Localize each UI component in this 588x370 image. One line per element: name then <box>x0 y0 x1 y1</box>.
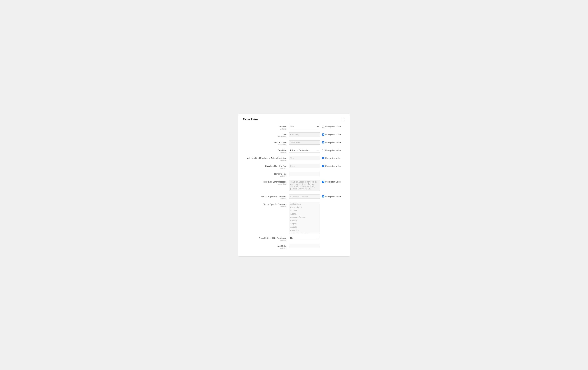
system-value-wrap-enabled: Use system value <box>322 125 345 128</box>
field-col-method_name: Use system value <box>289 140 345 145</box>
list-item[interactable]: Angola <box>289 222 320 225</box>
field-col-ship_applicable_countries: All Allowed CountriesSpecific CountriesU… <box>289 194 345 199</box>
list-item[interactable]: Åland Islands <box>289 206 320 209</box>
form-body: Enabled[website]YesNoUse system valueTit… <box>243 125 345 249</box>
select-include_virtual[interactable]: YesNo <box>289 156 320 160</box>
listbox-ship_specific_countries[interactable]: AfghanistanÅland IslandsAlbaniaAlgeriaAm… <box>289 202 320 233</box>
field-col-ship_specific_countries: AfghanistanÅland IslandsAlbaniaAlgeriaAm… <box>289 202 345 233</box>
system-value-checkbox-condition[interactable] <box>322 149 324 151</box>
list-item[interactable]: Afghanistan <box>289 202 320 206</box>
list-item[interactable]: Albania <box>289 209 320 212</box>
label-include_virtual: Include Virtual Products in Price Calcul… <box>243 157 286 159</box>
label-col-ship_applicable_countries: Ship to Applicable Countries[website] <box>243 194 289 200</box>
label-show_method_not_applicable: Show Method if Not Applicable <box>243 237 286 239</box>
list-item[interactable]: Antigua and Barbuda <box>289 232 320 233</box>
field-col-include_virtual: YesNoUse system value <box>289 156 345 160</box>
form-row-ship_specific_countries: Ship to Specific Countries[website]Afgha… <box>243 202 345 233</box>
list-item[interactable]: Antarctica <box>289 229 320 232</box>
system-value-label-condition: Use system value <box>325 149 341 152</box>
system-value-label-calculate_handling_fee: Use system value <box>325 165 341 167</box>
form-row-ship_applicable_countries: Ship to Applicable Countries[website]All… <box>243 194 345 200</box>
label-col-sort_order: Sort Order[website] <box>243 244 289 249</box>
scope-ship_specific_countries: [website] <box>243 206 286 207</box>
system-value-label-title: Use system value <box>325 133 341 136</box>
label-ship_applicable_countries: Ship to Applicable Countries <box>243 195 286 198</box>
system-value-wrap-calculate_handling_fee: Use system value <box>322 164 345 167</box>
input-sort_order[interactable] <box>289 244 320 248</box>
textarea-error_message[interactable] <box>289 180 320 191</box>
label-sort_order: Sort Order <box>243 245 286 247</box>
label-col-include_virtual: Include Virtual Products in Price Calcul… <box>243 156 289 161</box>
label-method_name: Method Name <box>243 141 286 144</box>
collapse-button[interactable]: ⌃ <box>342 118 345 121</box>
field-col-sort_order <box>289 244 345 248</box>
scope-show_method_not_applicable: [website] <box>243 239 286 241</box>
field-col-handling_fee <box>289 172 345 176</box>
form-row-enabled: Enabled[website]YesNoUse system value <box>243 125 345 130</box>
field-col-show_method_not_applicable: NoYes <box>289 236 345 240</box>
input-handling_fee[interactable] <box>289 172 320 176</box>
scope-sort_order: [website] <box>243 247 286 249</box>
label-title: Title <box>243 133 286 136</box>
form-row-method_name: Method Name[store view]Use system value <box>243 140 345 146</box>
field-col-calculate_handling_fee: FixedPercentUse system value <box>289 164 345 168</box>
label-col-method_name: Method Name[store view] <box>243 140 289 146</box>
field-col-condition: Price vs. DestinationWeight vs. Destinat… <box>289 148 345 152</box>
field-col-enabled: YesNoUse system value <box>289 125 345 129</box>
label-col-handling_fee: Handling Fee[website] <box>243 172 289 177</box>
system-value-wrap-include_virtual: Use system value <box>322 156 345 159</box>
form-row-handling_fee: Handling Fee[website] <box>243 172 345 177</box>
label-ship_specific_countries: Ship to Specific Countries <box>243 203 286 206</box>
field-col-title: Use system value <box>289 132 345 137</box>
form-row-condition: Condition[website]Price vs. DestinationW… <box>243 148 345 153</box>
input-method_name[interactable] <box>289 140 320 145</box>
system-value-wrap-method_name: Use system value <box>322 140 345 144</box>
system-value-checkbox-calculate_handling_fee[interactable] <box>322 165 324 167</box>
system-value-checkbox-title[interactable] <box>322 133 324 136</box>
form-row-calculate_handling_fee: Calculate Handling Fee[website]FixedPerc… <box>243 164 345 169</box>
system-value-wrap-error_message: Use system value <box>322 180 345 183</box>
input-title[interactable] <box>289 132 320 137</box>
scope-enabled: [website] <box>243 128 286 130</box>
field-col-error_message: Use system value <box>289 180 345 192</box>
panel-title: Table Rates <box>243 118 258 121</box>
form-row-title: Title[store view]Use system value <box>243 132 345 138</box>
system-value-checkbox-method_name[interactable] <box>322 141 324 143</box>
list-item[interactable]: American Samoa <box>289 216 320 219</box>
scope-condition: [website] <box>243 152 286 153</box>
label-col-calculate_handling_fee: Calculate Handling Fee[website] <box>243 164 289 169</box>
form-row-error_message: Displayed Error Message[store view]Use s… <box>243 180 345 192</box>
label-col-ship_specific_countries: Ship to Specific Countries[website] <box>243 202 289 207</box>
form-row-sort_order: Sort Order[website] <box>243 244 345 249</box>
label-col-show_method_not_applicable: Show Method if Not Applicable[website] <box>243 236 289 241</box>
label-handling_fee: Handling Fee <box>243 173 286 175</box>
label-condition: Condition <box>243 149 286 152</box>
system-value-label-ship_applicable_countries: Use system value <box>325 195 341 198</box>
select-show_method_not_applicable[interactable]: NoYes <box>289 236 320 240</box>
scope-calculate_handling_fee: [website] <box>243 167 286 169</box>
system-value-checkbox-include_virtual[interactable] <box>322 157 324 159</box>
label-enabled: Enabled <box>243 126 286 128</box>
system-value-label-error_message: Use system value <box>325 181 341 183</box>
system-value-label-include_virtual: Use system value <box>325 157 341 159</box>
system-value-checkbox-ship_applicable_countries[interactable] <box>322 195 324 197</box>
select-calculate_handling_fee[interactable]: FixedPercent <box>289 164 320 168</box>
panel-header: Table Rates ⌃ <box>243 118 345 121</box>
system-value-checkbox-error_message[interactable] <box>322 181 324 183</box>
form-row-show_method_not_applicable: Show Method if Not Applicable[website]No… <box>243 236 345 241</box>
system-value-wrap-ship_applicable_countries: Use system value <box>322 194 345 198</box>
list-item[interactable]: Algeria <box>289 212 320 216</box>
select-ship_applicable_countries[interactable]: All Allowed CountriesSpecific Countries <box>289 194 320 199</box>
scope-error_message: [store view] <box>243 183 286 185</box>
scope-ship_applicable_countries: [website] <box>243 198 286 200</box>
system-value-checkbox-enabled[interactable] <box>322 126 324 128</box>
form-row-include_virtual: Include Virtual Products in Price Calcul… <box>243 156 345 161</box>
select-enabled[interactable]: YesNo <box>289 125 320 129</box>
label-col-enabled: Enabled[website] <box>243 125 289 130</box>
list-item[interactable]: Andorra <box>289 219 320 222</box>
scope-title: [store view] <box>243 136 286 138</box>
system-value-wrap-title: Use system value <box>322 132 345 136</box>
label-calculate_handling_fee: Calculate Handling Fee <box>243 165 286 167</box>
select-condition[interactable]: Price vs. DestinationWeight vs. Destinat… <box>289 148 320 152</box>
list-item[interactable]: Anguilla <box>289 225 320 229</box>
